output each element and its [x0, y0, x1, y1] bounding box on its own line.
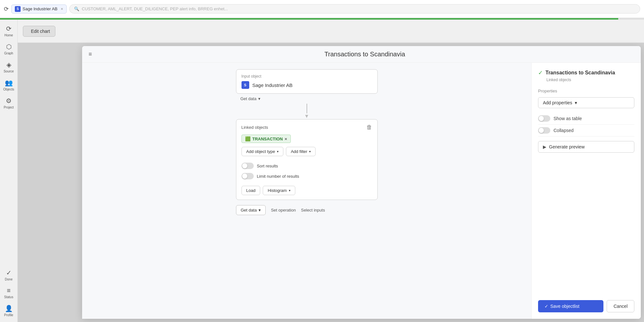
sort-results-label: Sort results	[257, 164, 278, 168]
get-data-button[interactable]: Get data ▾	[239, 94, 262, 104]
delete-icon[interactable]: 🗑	[366, 124, 372, 131]
active-tab[interactable]: S Sage Industrier AB ×	[11, 5, 67, 14]
sidebar-label-done: Done	[5, 278, 13, 281]
home-icon: ⟳	[6, 25, 12, 33]
save-check-icon: ✓	[545, 304, 548, 309]
get-data-2-label: Get data	[241, 208, 257, 213]
add-filter-arrow-icon: ▾	[309, 150, 311, 153]
source-icon: ◈	[6, 61, 11, 69]
sidebar-label-graph: Graph	[4, 52, 13, 55]
modal-overlay: ≡ Transactions to Scandinavia Input obje…	[18, 43, 644, 322]
collapsed-toggle[interactable]	[538, 127, 550, 134]
add-properties-arrow-icon: ▾	[575, 100, 577, 105]
progress-bar	[0, 18, 644, 20]
get-data-label: Get data	[241, 96, 257, 101]
sidebar-item-graph[interactable]: ⬡ Graph	[0, 40, 17, 58]
sidebar-item-projects[interactable]: ⚙ Project	[0, 94, 17, 112]
search-bar[interactable]: 🔍 CUSTOMER, AML_ALERT, DUE_DILIGENCE, PE…	[69, 4, 640, 14]
top-bar: ⟳ S Sage Industrier AB × 🔍 CUSTOMER, AML…	[0, 0, 644, 18]
histogram-arrow-icon: ▾	[289, 189, 290, 192]
select-inputs-label: Select inputs	[301, 208, 325, 213]
node-item: S Sage Industrier AB	[242, 81, 372, 89]
panel-check-icon: ✓	[538, 69, 543, 76]
modal-menu-icon[interactable]: ≡	[89, 51, 92, 58]
panel-title-row: ✓ Transactions to Scandinavia	[538, 69, 634, 76]
get-data-2-arrow-icon: ▾	[259, 208, 261, 213]
add-object-type-button[interactable]: Add object type ▾	[242, 147, 284, 156]
node-item-name: Sage Industrier AB	[252, 82, 293, 88]
linked-header: Linked objects 🗑	[242, 124, 372, 131]
histogram-button[interactable]: Histogram ▾	[263, 186, 295, 195]
sort-results-toggle-row: Sort results	[242, 161, 372, 171]
connector-arrow-icon: ▼	[304, 113, 309, 119]
edit-chart-button[interactable]: Edit chart	[23, 26, 55, 37]
set-operation-button[interactable]: Set operation	[271, 208, 296, 213]
transaction-tag-close-icon[interactable]: ×	[285, 137, 287, 141]
tab-title: Sage Industrier AB	[23, 6, 57, 11]
sidebar-item-home[interactable]: ⟳ Home	[0, 22, 17, 40]
add-properties-label: Add properties	[543, 100, 572, 105]
right-panel-header: ✓ Transactions to Scandinavia Linked obj…	[538, 69, 634, 82]
sidebar-item-objects[interactable]: 👥 Objects	[0, 76, 17, 94]
sidebar-label-source: Source	[4, 70, 14, 73]
save-label: Save objectlist	[550, 304, 579, 309]
get-data-arrow-icon: ▾	[258, 96, 260, 101]
right-panel: ✓ Transactions to Scandinavia Linked obj…	[531, 63, 641, 319]
sidebar-label-projects: Project	[4, 106, 14, 109]
node-item-icon: S	[242, 81, 249, 89]
transaction-tag-icon: 🟩	[245, 136, 251, 141]
sidebar-label-profile: Profile	[4, 313, 13, 317]
load-label: Load	[246, 188, 256, 193]
show-as-table-toggle[interactable]	[538, 115, 550, 122]
refresh-icon[interactable]: ⟳	[4, 5, 9, 13]
linked-objects-title: Linked objects	[242, 125, 268, 130]
load-row: Load Histogram ▾	[242, 186, 372, 195]
show-as-table-knob	[539, 116, 544, 121]
limit-results-toggle-row: Limit number of results	[242, 171, 372, 181]
connector: Get data ▾ ▼	[236, 94, 378, 119]
bottom-actions: Get data ▾ Set operation Select inputs	[236, 205, 378, 215]
load-button[interactable]: Load	[242, 186, 260, 195]
set-operation-label: Set operation	[271, 208, 296, 213]
add-properties-button[interactable]: Add properties ▾	[538, 97, 634, 108]
sidebar-item-status[interactable]: ≡ Status	[0, 284, 17, 301]
sidebar-label-status: Status	[4, 295, 13, 299]
sidebar: ⟳ Home ⬡ Graph ◈ Source 👥 Objects ⚙ Proj…	[0, 20, 18, 322]
generate-preview-label: Generate preview	[549, 144, 585, 149]
modal-header: ≡ Transactions to Scandinavia	[82, 46, 641, 63]
get-data-2-button[interactable]: Get data ▾	[236, 205, 266, 215]
limit-results-toggle[interactable]	[242, 173, 254, 179]
action-buttons-row: Add object type ▾ Add filter ▾	[242, 147, 372, 156]
linked-objects-node: Linked objects 🗑 🟩 TRANSACTION × Add obj…	[236, 119, 378, 200]
cancel-button[interactable]: Cancel	[607, 300, 634, 312]
graph-icon: ⬡	[6, 43, 12, 51]
generate-preview-button[interactable]: ▶ Generate preview	[538, 141, 634, 153]
sidebar-item-done[interactable]: ✓ Done	[0, 266, 17, 284]
sort-results-toggle[interactable]	[242, 163, 254, 169]
modal-title: Transactions to Scandinavia	[95, 51, 634, 58]
save-objectlist-button[interactable]: ✓ Save objectlist	[538, 300, 603, 312]
tab-close-icon[interactable]: ×	[61, 6, 63, 11]
select-inputs-button[interactable]: Select inputs	[301, 208, 325, 213]
panel-actions: ✓ Save objectlist Cancel	[538, 300, 634, 312]
transaction-tag-label: TRANSACTION	[252, 137, 283, 141]
add-filter-button[interactable]: Add filter ▾	[286, 147, 316, 156]
search-placeholder: CUSTOMER, AML_ALERT, DUE_DILIGENCE, PEP …	[82, 6, 228, 11]
sidebar-item-profile[interactable]: 👤 Profile	[0, 302, 17, 319]
sort-results-toggle-knob	[242, 163, 247, 168]
collapsed-row: Collapsed	[538, 125, 634, 137]
objects-icon: 👥	[5, 79, 13, 87]
edit-chart-label: Edit chart	[31, 29, 50, 34]
modal-panel: ≡ Transactions to Scandinavia Input obje…	[82, 46, 641, 319]
tab-icon: S	[15, 6, 21, 12]
search-icon: 🔍	[74, 6, 79, 11]
play-icon: ▶	[543, 144, 546, 149]
collapsed-knob	[539, 128, 544, 133]
sidebar-item-source[interactable]: ◈ Source	[0, 58, 17, 76]
done-icon: ✓	[6, 269, 12, 277]
input-object-node: Input object S Sage Industrier AB	[236, 69, 378, 94]
connector-line	[307, 104, 307, 113]
progress-fill	[0, 18, 618, 20]
transaction-tag: 🟩 TRANSACTION ×	[242, 135, 291, 143]
add-object-type-arrow-icon: ▾	[277, 150, 279, 153]
